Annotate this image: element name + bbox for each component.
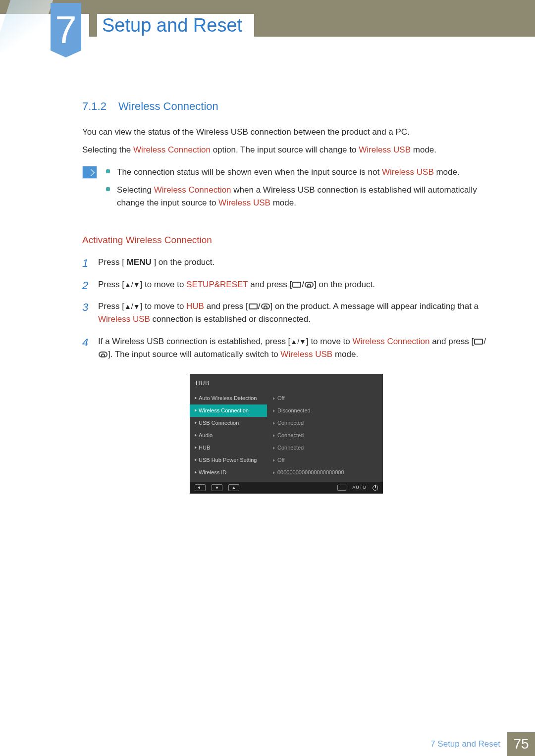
t: The connection status will be shown even… (117, 167, 382, 177)
osd-title: HUB (190, 376, 383, 392)
up-button-icon (228, 484, 239, 491)
osd-row-value: Connected (267, 429, 383, 442)
up-down-icon: ▲/▼ (124, 302, 140, 310)
osd-row-label: Audio (190, 429, 267, 442)
t: Wireless USB (359, 145, 411, 154)
t: and press [ (204, 302, 248, 311)
source-icon (292, 282, 301, 288)
enter-icon (305, 282, 314, 288)
osd-row: Wireless ConnectionDisconnected (190, 404, 383, 417)
chapter-title: Setup and Reset (97, 14, 254, 37)
enter-icon (99, 352, 107, 357)
t: mode. (434, 167, 460, 177)
t: mode. (332, 350, 358, 359)
banner-decor (0, 0, 53, 52)
t: ] on the product. (152, 257, 215, 267)
osd-menu-table: Auto Wireless DetectionOffWireless Conne… (190, 392, 383, 479)
t: Wireless Connection (154, 185, 231, 195)
step-item: 4 If a Wireless USB connection is establ… (82, 335, 490, 361)
footer-crumb: 7 Setup and Reset (430, 739, 507, 749)
osd-panel: HUB Auto Wireless DetectionOffWireless C… (190, 374, 383, 494)
t: Press [ (98, 257, 127, 267)
auto-label: AUTO (352, 484, 367, 491)
osd-row-value: 0000000000000000000000 (267, 466, 383, 479)
steps-list: 1 Press [ MENU ] on the product. 2 Press… (82, 256, 490, 361)
t: Wireless USB (218, 198, 270, 207)
step-number: 2 (82, 277, 88, 294)
t: and press [ (429, 337, 474, 346)
page-content: 7.1.2 Wireless Connection You can view t… (0, 50, 535, 496)
t: ] to move to (140, 302, 187, 311)
osd-row-value: Off (267, 454, 383, 466)
t: Wireless USB (280, 350, 332, 359)
t: Press [ (98, 302, 124, 311)
t: Selecting the (82, 145, 133, 154)
page-footer: 7 Setup and Reset 75 (0, 732, 535, 756)
note-icon (82, 166, 97, 179)
t: ] on the product. A message will appear … (270, 302, 479, 311)
chapter-banner: 7 Setup and Reset (0, 0, 535, 50)
osd-row-label: USB Connection (190, 417, 267, 429)
note-item: Selecting Wireless Connection when a Wir… (106, 184, 490, 210)
intro-text-2: Selecting the Wireless Connection option… (82, 144, 490, 156)
source-icon (474, 339, 483, 345)
up-down-icon: ▲/▼ (124, 281, 140, 289)
t: mode. (411, 145, 436, 154)
osd-row: Auto Wireless DetectionOff (190, 392, 383, 404)
osd-row-label: Wireless ID (190, 466, 267, 479)
osd-row-label: HUB (190, 442, 267, 454)
t: option. The input source will change to (211, 145, 359, 154)
t: Press [ (98, 280, 124, 289)
section-heading: 7.1.2 Wireless Connection (82, 98, 490, 115)
t: Wireless USB (98, 314, 150, 324)
power-icon (373, 485, 378, 491)
osd-row-label: Auto Wireless Detection (190, 392, 267, 404)
osd-screenshot: HUB Auto Wireless DetectionOffWireless C… (82, 374, 490, 495)
t: Wireless Connection (353, 337, 430, 346)
subsection-heading: Activating Wireless Connection (82, 233, 490, 247)
step-item: 1 Press [ MENU ] on the product. (82, 256, 490, 269)
osd-row-label: Wireless Connection (190, 404, 267, 417)
back-button-icon (195, 484, 206, 491)
t: ] on the product. (314, 280, 375, 289)
step-number: 4 (82, 334, 88, 351)
t: HUB (186, 302, 204, 311)
menu-key: MENU (127, 257, 152, 267)
t: Selecting (117, 185, 154, 195)
osd-row-value: Connected (267, 442, 383, 454)
enter-icon (261, 303, 270, 309)
osd-row-label: USB Hub Power Setting (190, 454, 267, 466)
note-list: The connection status will be shown even… (106, 166, 490, 215)
osd-row: USB ConnectionConnected (190, 417, 383, 429)
osd-row: Wireless ID0000000000000000000000 (190, 466, 383, 479)
intro-text-1: You can view the status of the Wireless … (82, 126, 490, 139)
osd-row: USB Hub Power SettingOff (190, 454, 383, 466)
t: ]. The input source will automatically s… (108, 350, 280, 359)
t: connection is established or disconnecte… (150, 314, 311, 324)
up-down-icon: ▲/▼ (290, 338, 306, 346)
page-number-badge: 75 (507, 732, 535, 756)
step-number: 1 (82, 255, 88, 272)
t: and press [ (248, 280, 292, 289)
t: ] to move to (306, 337, 353, 346)
osd-footer-bar: AUTO (190, 482, 383, 494)
osd-row-value: Connected (267, 417, 383, 429)
step-item: 2 Press [▲/▼] to move to SETUP&RESET and… (82, 278, 490, 291)
chapter-number-badge: 7 (51, 3, 81, 50)
t: SETUP&RESET (186, 280, 248, 289)
note-item: The connection status will be shown even… (106, 166, 490, 179)
t: Wireless USB (382, 167, 434, 177)
note-block: The connection status will be shown even… (82, 166, 490, 215)
t: mode. (270, 198, 296, 207)
osd-row: HUBConnected (190, 442, 383, 454)
down-button-icon (212, 484, 222, 491)
section-number: 7.1.2 (82, 100, 107, 112)
t: If a Wireless USB connection is establis… (98, 337, 290, 346)
t: Wireless Connection (133, 145, 211, 154)
source-button-icon (337, 485, 346, 491)
osd-row: AudioConnected (190, 429, 383, 442)
osd-row-value: Off (267, 392, 383, 404)
step-number: 3 (82, 299, 88, 316)
section-title: Wireless Connection (118, 100, 218, 112)
t: ] to move to (140, 280, 187, 289)
